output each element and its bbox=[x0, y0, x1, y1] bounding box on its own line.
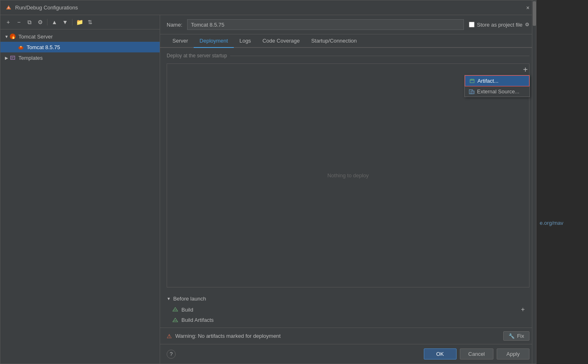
add-icon: + bbox=[523, 65, 528, 74]
settings-config-button[interactable]: ⚙ bbox=[36, 18, 45, 27]
dialog-scrollbar[interactable] bbox=[532, 15, 536, 364]
before-item-build: Build + bbox=[170, 304, 529, 315]
name-input[interactable] bbox=[187, 19, 464, 30]
store-project-checkbox[interactable] bbox=[469, 22, 475, 27]
svg-text:🔥: 🔥 bbox=[11, 34, 16, 39]
store-project-gear-icon[interactable]: ⚙ bbox=[525, 22, 529, 27]
add-deploy-btn[interactable]: + bbox=[523, 65, 528, 75]
deploy-section-header: Deploy at the server startup bbox=[167, 53, 529, 59]
artifact-label: Artifact... bbox=[477, 78, 498, 84]
move-up-button[interactable]: ▲ bbox=[50, 18, 59, 27]
ok-button[interactable]: OK bbox=[424, 348, 457, 359]
build-label: Build bbox=[181, 307, 193, 313]
svg-point-2 bbox=[8, 7, 9, 9]
config-tree: ▼ 🔥 Tomcat Server bbox=[0, 29, 160, 364]
toolbar-separator bbox=[47, 19, 47, 25]
apply-button[interactable]: Apply bbox=[497, 348, 529, 359]
name-row: Name: Store as project file ⚙ bbox=[160, 15, 536, 34]
folder-button[interactable]: 📁 bbox=[75, 18, 84, 27]
deploy-section: Deploy at the server startup bbox=[160, 48, 536, 63]
ext-source-icon bbox=[469, 89, 475, 95]
tomcat-group-label: Tomcat Server bbox=[18, 34, 53, 40]
dropdown-artifact-item[interactable]: Artifact... bbox=[465, 75, 529, 86]
add-config-button[interactable]: + bbox=[4, 18, 13, 27]
warning-bar: ⚠ Warning: No artifacts marked for deplo… bbox=[160, 328, 536, 344]
tomcat-item-label: Tomcat 8.5.75 bbox=[27, 44, 60, 50]
fix-label: Fix bbox=[517, 333, 524, 339]
right-panel: Name: Store as project file ⚙ Server Dep… bbox=[160, 15, 536, 364]
tab-code-coverage[interactable]: Code Coverage bbox=[257, 34, 305, 48]
nothing-to-deploy-label: Nothing to deploy bbox=[327, 172, 369, 179]
ext-source-label: External Source... bbox=[477, 88, 519, 95]
tabs-bar: Server Deployment Logs Code Coverage Sta… bbox=[160, 34, 536, 48]
sidebar-toolbar: + − ⧉ ⚙ ▲ ▼ 📁 ⇅ bbox=[0, 15, 160, 29]
before-launch-label: Before launch bbox=[173, 296, 206, 302]
tab-server[interactable]: Server bbox=[167, 34, 194, 48]
tab-deployment[interactable]: Deployment bbox=[194, 34, 233, 48]
right-bg-panel: e.org/mav bbox=[536, 0, 588, 364]
tree-group-tomcat[interactable]: ▼ 🔥 Tomcat Server bbox=[0, 31, 160, 42]
copy-config-button[interactable]: ⧉ bbox=[25, 18, 34, 27]
svg-rect-8 bbox=[470, 79, 474, 83]
close-button[interactable]: × bbox=[525, 5, 531, 11]
artifact-icon bbox=[469, 78, 475, 84]
bottom-bar: ? OK Cancel Apply bbox=[160, 344, 536, 364]
deploy-header-text: Deploy at the server startup bbox=[167, 53, 227, 59]
svg-marker-15 bbox=[173, 307, 178, 311]
tomcat-item-icon bbox=[18, 44, 24, 50]
before-launch-header: ▼ Before launch bbox=[167, 296, 529, 302]
remove-config-button[interactable]: − bbox=[14, 18, 23, 27]
svg-rect-14 bbox=[471, 91, 474, 93]
toolbar-separator-2 bbox=[72, 19, 72, 25]
deploy-content-wrapper: Nothing to deploy + bbox=[167, 63, 529, 287]
move-down-button[interactable]: ▼ bbox=[61, 18, 70, 27]
templates-label: Templates bbox=[18, 55, 43, 61]
tomcat-item-arrow bbox=[12, 44, 18, 50]
store-project-row: Store as project file ⚙ bbox=[469, 22, 529, 28]
deploy-section-line bbox=[230, 56, 529, 56]
deploy-dropdown-menu: Artifact... External Source... bbox=[464, 75, 530, 97]
help-button[interactable]: ? bbox=[167, 350, 176, 359]
bg-code-text: e.org/mav bbox=[540, 220, 563, 226]
before-launch-arrow[interactable]: ▼ bbox=[167, 296, 171, 301]
build-icon bbox=[172, 307, 178, 312]
dialog-title: Run/Debug Configurations bbox=[15, 5, 525, 11]
dropdown-external-source-item[interactable]: External Source... bbox=[465, 86, 529, 97]
build-artifacts-label: Build Artifacts bbox=[181, 317, 214, 323]
templates-icon bbox=[9, 54, 16, 61]
tree-group-templates[interactable]: ▶ Templates bbox=[0, 52, 160, 63]
sort-button[interactable]: ⇅ bbox=[86, 18, 95, 27]
tree-item-tomcat-8575[interactable]: Tomcat 8.5.75 bbox=[0, 42, 160, 52]
svg-marker-17 bbox=[173, 318, 178, 322]
deploy-content-area: Nothing to deploy bbox=[167, 63, 529, 287]
dialog-icon bbox=[5, 5, 12, 11]
before-item-build-artifacts: Build Artifacts bbox=[170, 316, 529, 324]
templates-arrow: ▶ bbox=[4, 55, 9, 61]
cancel-button[interactable]: Cancel bbox=[460, 348, 493, 359]
deployment-tab-content: Deploy at the server startup Nothing to … bbox=[160, 48, 536, 328]
fix-icon: 🔧 bbox=[509, 333, 515, 339]
build-artifacts-icon bbox=[172, 317, 178, 323]
main-content: + − ⧉ ⚙ ▲ ▼ 📁 ⇅ ▼ 🔥 bbox=[0, 15, 536, 364]
tomcat-group-icon: 🔥 bbox=[9, 33, 16, 40]
before-launch-section: ▼ Before launch Build + bbox=[160, 292, 536, 328]
tomcat-group-arrow: ▼ bbox=[4, 34, 9, 39]
run-debug-dialog: Run/Debug Configurations × + − ⧉ ⚙ ▲ ▼ 📁… bbox=[0, 0, 536, 364]
warning-icon: ⚠ bbox=[167, 333, 172, 339]
tab-startup-connection[interactable]: Startup/Connection bbox=[305, 34, 362, 48]
warning-text: Warning: No artifacts marked for deploym… bbox=[175, 333, 280, 339]
before-launch-items: Build + Build Artifacts bbox=[167, 304, 529, 324]
fix-button[interactable]: 🔧 Fix bbox=[503, 331, 529, 341]
scrollbar-thumb bbox=[533, 15, 536, 26]
before-launch-add-button[interactable]: + bbox=[519, 305, 527, 314]
tab-logs[interactable]: Logs bbox=[234, 34, 257, 48]
name-label: Name: bbox=[167, 22, 182, 28]
sidebar: + − ⧉ ⚙ ▲ ▼ 📁 ⇅ ▼ 🔥 bbox=[0, 15, 160, 364]
store-project-label: Store as project file bbox=[477, 22, 522, 28]
title-bar: Run/Debug Configurations × bbox=[0, 0, 536, 15]
